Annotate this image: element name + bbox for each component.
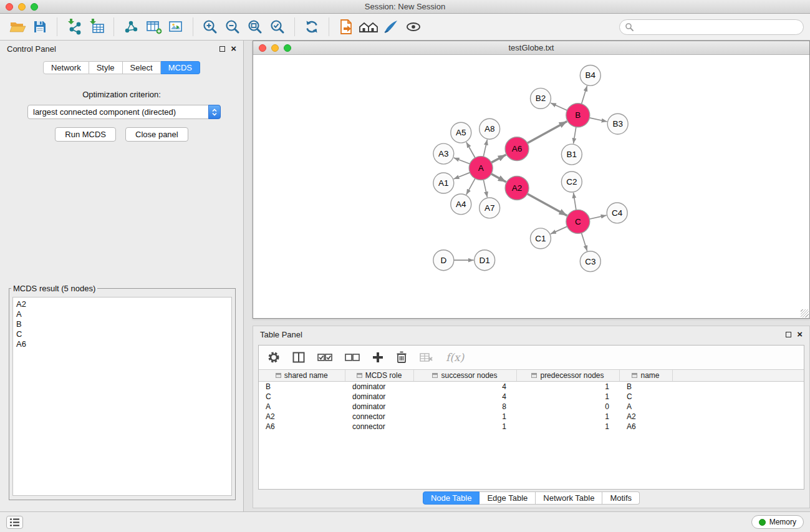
float-table-panel-icon[interactable] — [786, 332, 791, 337]
graph-node-B1[interactable]: B1 — [561, 144, 582, 165]
cell-name[interactable]: C — [619, 392, 672, 402]
graph-edge-A-A2[interactable] — [491, 174, 506, 182]
zoom-window-button[interactable] — [31, 3, 38, 11]
column-header-name[interactable]: name — [619, 370, 672, 382]
graph-edge-A6-B[interactable] — [528, 121, 567, 143]
select-all-button[interactable] — [317, 353, 332, 362]
tab-motifs[interactable]: Motifs — [602, 491, 640, 505]
tab-node-table[interactable]: Node Table — [423, 491, 480, 505]
result-item[interactable]: A — [16, 309, 228, 319]
graph-node-D1[interactable]: D1 — [475, 250, 495, 271]
close-window-button[interactable] — [6, 3, 13, 11]
table-row[interactable]: Cdominator41C — [259, 392, 804, 402]
graph-edge-C-C3[interactable] — [582, 233, 587, 251]
export-image-button[interactable] — [165, 16, 187, 38]
show-task-history-button[interactable] — [6, 516, 23, 529]
cell-predecessor-nodes[interactable]: 1 — [516, 422, 619, 432]
control-panel-header[interactable]: Control Panel × — [0, 41, 243, 57]
column-header-predecessor-nodes[interactable]: predecessor nodes — [516, 370, 619, 382]
unselect-all-button[interactable] — [345, 353, 360, 362]
export-document-button[interactable] — [335, 16, 357, 38]
cell-predecessor-nodes[interactable]: 0 — [516, 402, 619, 412]
table-settings-button[interactable] — [268, 351, 280, 364]
tab-edge-table[interactable]: Edge Table — [480, 491, 536, 505]
graph-edge-C-C1[interactable] — [551, 226, 567, 234]
graph-edge-A-A8[interactable] — [483, 140, 487, 157]
delete-table-button[interactable] — [420, 352, 433, 362]
cell-name[interactable]: A6 — [619, 422, 672, 432]
table-row[interactable]: Bdominator41B — [259, 382, 804, 392]
result-item[interactable]: A2 — [16, 299, 228, 309]
graph-node-C4[interactable]: C4 — [607, 203, 627, 223]
zoom-selected-button[interactable] — [266, 16, 289, 38]
graph-edge-B-B2[interactable] — [551, 103, 567, 110]
graph-edge-C-C2[interactable] — [574, 193, 576, 210]
graph-node-B2[interactable]: B2 — [531, 88, 551, 109]
graph-edge-A-A5[interactable] — [466, 142, 475, 158]
cell-successor-nodes[interactable]: 8 — [413, 402, 516, 412]
new-network-button[interactable] — [120, 16, 142, 38]
home-button[interactable] — [357, 16, 380, 38]
network-window-titlebar[interactable]: testGlobe.txt — [253, 41, 809, 55]
graph-edge-A-A3[interactable] — [454, 158, 470, 164]
column-header-MCDS-role[interactable]: MCDS role — [345, 370, 413, 382]
table-row[interactable]: Adominator80A — [259, 402, 804, 412]
cell-successor-nodes[interactable]: 4 — [413, 392, 516, 402]
search-input[interactable] — [637, 22, 798, 32]
zoom-out-button[interactable] — [221, 16, 244, 38]
column-header-successor-nodes[interactable]: successor nodes — [413, 370, 516, 382]
tab-style[interactable]: Style — [89, 61, 123, 74]
graph-edge-A-A7[interactable] — [483, 180, 487, 197]
close-network-button[interactable] — [259, 44, 266, 52]
add-column-button[interactable] — [372, 352, 383, 363]
network-canvas[interactable]: B4B2BB3A8A5A6A3B1AC2A1A2A4A7C4CC1C3DD1 — [253, 55, 809, 318]
graph-node-C1[interactable]: C1 — [531, 228, 551, 249]
graph-node-A3[interactable]: A3 — [433, 143, 454, 164]
cell-shared-name[interactable]: C — [259, 392, 345, 402]
graph-edge-A2-C[interactable] — [528, 194, 567, 216]
window-titlebar[interactable]: Session: New Session — [0, 0, 810, 14]
table-panel-header[interactable]: Table Panel × — [253, 326, 809, 342]
graph-node-A2[interactable]: A2 — [505, 177, 529, 200]
close-panel-button[interactable]: Close panel — [125, 127, 188, 142]
paint-style-button[interactable] — [380, 16, 402, 38]
result-item[interactable]: B — [16, 319, 228, 329]
tab-network[interactable]: Network — [43, 61, 89, 74]
cell-name[interactable]: A — [619, 402, 672, 412]
show-columns-button[interactable] — [292, 352, 305, 363]
close-panel-icon[interactable]: × — [231, 46, 236, 52]
zoom-in-button[interactable] — [199, 16, 221, 38]
cell-MCDS-role[interactable]: connector — [345, 412, 413, 422]
cell-name[interactable]: A2 — [619, 412, 672, 422]
graph-edge-A-A1[interactable] — [453, 173, 470, 179]
tab-select[interactable]: Select — [123, 61, 161, 74]
run-mcds-button[interactable]: Run MCDS — [55, 127, 116, 142]
graph-edge-B-B3[interactable] — [589, 118, 607, 122]
result-item[interactable]: A6 — [16, 339, 228, 349]
save-session-button[interactable] — [29, 16, 51, 38]
network-graph[interactable]: B4B2BB3A8A5A6A3B1AC2A1A2A4A7C4CC1C3DD1 — [253, 55, 809, 318]
cell-successor-nodes[interactable]: 1 — [413, 412, 516, 422]
tab-mcds[interactable]: MCDS — [161, 61, 200, 74]
graph-node-C2[interactable]: C2 — [561, 172, 582, 192]
import-network-button[interactable] — [63, 16, 85, 38]
cell-shared-name[interactable]: A6 — [259, 422, 345, 432]
cell-MCDS-role[interactable]: connector — [345, 422, 413, 432]
cell-predecessor-nodes[interactable]: 1 — [516, 392, 619, 402]
tab-network-table[interactable]: Network Table — [536, 491, 602, 505]
table-row[interactable]: A2connector11A2 — [259, 412, 804, 422]
window-resize-grip[interactable] — [801, 309, 809, 317]
minimize-network-button[interactable] — [271, 44, 279, 52]
graph-node-A4[interactable]: A4 — [451, 194, 471, 215]
graph-node-B3[interactable]: B3 — [607, 114, 628, 134]
cell-MCDS-role[interactable]: dominator — [345, 382, 413, 392]
graph-edge-B-B1[interactable] — [574, 127, 576, 144]
graph-node-A5[interactable]: A5 — [451, 122, 471, 143]
graph-edge-C-C4[interactable] — [589, 215, 606, 219]
new-table-button[interactable] — [142, 16, 165, 38]
graph-edge-A-A6[interactable] — [491, 155, 506, 163]
cell-successor-nodes[interactable]: 1 — [413, 422, 516, 432]
cell-MCDS-role[interactable]: dominator — [345, 402, 413, 412]
graph-node-B4[interactable]: B4 — [580, 65, 600, 85]
graph-node-A1[interactable]: A1 — [433, 173, 454, 193]
